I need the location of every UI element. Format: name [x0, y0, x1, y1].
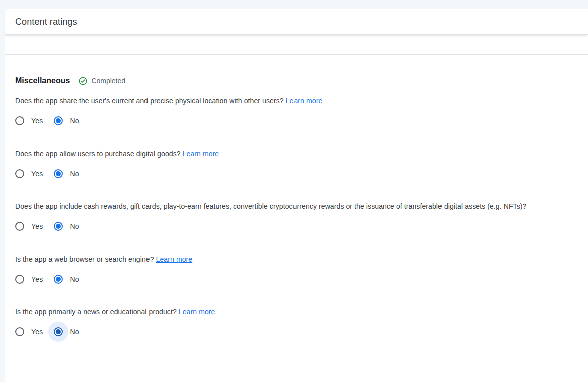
- radio-group: Yes No: [15, 216, 578, 236]
- question-row: Is the app primarily a news or education…: [15, 307, 578, 342]
- radio-option[interactable]: No: [54, 216, 79, 236]
- section-header: Miscellaneous Completed: [15, 76, 578, 86]
- question-text-line: Is the app a web browser or search engin…: [15, 254, 578, 264]
- learn-more-link[interactable]: Learn more: [179, 308, 215, 316]
- page-title: Content ratings: [15, 16, 578, 28]
- radio-button[interactable]: [54, 275, 63, 284]
- radio-button[interactable]: [15, 169, 24, 178]
- radio-label: Yes: [31, 328, 43, 336]
- check-circle-icon: [79, 77, 87, 85]
- radio-label: No: [70, 222, 79, 230]
- radio-dot: [17, 224, 22, 229]
- radio-option[interactable]: Yes: [15, 322, 43, 342]
- question-text-line: Does the app allow users to purchase dig…: [15, 149, 578, 159]
- radio-option[interactable]: No: [54, 322, 79, 342]
- radio-label: Yes: [31, 222, 43, 230]
- question-row: Does the app share the user's current an…: [15, 96, 578, 131]
- status-badge: Completed: [79, 76, 125, 86]
- radio-halo: [48, 322, 68, 342]
- radio-option[interactable]: Yes: [15, 269, 43, 289]
- radio-button[interactable]: [54, 116, 63, 125]
- header-spacer: [5, 35, 588, 55]
- learn-more-link[interactable]: Learn more: [286, 97, 323, 105]
- radio-group: Yes No: [15, 269, 578, 289]
- radio-button[interactable]: [15, 222, 24, 231]
- radio-dot: [56, 277, 61, 282]
- radio-halo: [48, 164, 68, 184]
- miscellaneous-section: Miscellaneous Completed Does the app sha…: [5, 76, 588, 342]
- radio-halo: [10, 269, 30, 289]
- question-text: Does the app allow users to purchase dig…: [15, 150, 181, 158]
- question-row: Is the app a web browser or search engin…: [15, 254, 578, 289]
- question-text-line: Does the app share the user's current an…: [15, 96, 578, 106]
- radio-label: No: [70, 328, 79, 336]
- radio-button[interactable]: [15, 116, 24, 125]
- question-text-line: Does the app include cash rewards, gift …: [15, 201, 578, 211]
- radio-dot: [56, 329, 61, 334]
- radio-halo: [48, 216, 68, 236]
- radio-option[interactable]: Yes: [15, 164, 43, 184]
- radio-dot: [56, 171, 61, 176]
- radio-label: Yes: [31, 117, 43, 125]
- status-label: Completed: [91, 76, 125, 86]
- radio-label: No: [70, 275, 79, 283]
- radio-halo: [48, 269, 68, 289]
- radio-dot: [17, 118, 22, 123]
- radio-group: Yes No: [15, 164, 578, 184]
- radio-dot: [17, 171, 22, 176]
- radio-halo: [10, 322, 30, 342]
- radio-halo: [10, 164, 30, 184]
- radio-label: Yes: [31, 275, 43, 283]
- radio-dot: [17, 329, 22, 334]
- radio-button[interactable]: [54, 222, 63, 231]
- radio-option[interactable]: No: [54, 111, 79, 131]
- section-title: Miscellaneous: [15, 76, 70, 86]
- radio-option[interactable]: No: [54, 269, 79, 289]
- questions-list: Does the app share the user's current an…: [15, 96, 578, 342]
- radio-group: Yes No: [15, 322, 578, 342]
- content-ratings-card: Content ratings Miscellaneous Completed …: [5, 9, 588, 382]
- radio-halo: [10, 111, 30, 131]
- radio-label: No: [70, 170, 79, 178]
- radio-option[interactable]: Yes: [15, 216, 43, 236]
- radio-dot: [56, 118, 61, 123]
- radio-button[interactable]: [54, 169, 63, 178]
- question-text: Does the app include cash rewards, gift …: [15, 202, 526, 210]
- radio-halo: [10, 216, 30, 236]
- question-row: Does the app allow users to purchase dig…: [15, 149, 578, 184]
- radio-group: Yes No: [15, 111, 578, 131]
- radio-label: No: [70, 117, 79, 125]
- radio-dot: [17, 277, 22, 282]
- question-row: Does the app include cash rewards, gift …: [15, 201, 578, 236]
- radio-dot: [56, 224, 61, 229]
- question-text: Is the app primarily a news or education…: [15, 308, 177, 316]
- radio-button[interactable]: [54, 327, 63, 336]
- question-text: Does the app share the user's current an…: [15, 97, 284, 105]
- learn-more-link[interactable]: Learn more: [156, 255, 193, 263]
- learn-more-link[interactable]: Learn more: [183, 150, 219, 158]
- radio-button[interactable]: [15, 275, 24, 284]
- question-text-line: Is the app primarily a news or education…: [15, 307, 578, 317]
- radio-halo: [48, 111, 68, 131]
- question-text: Is the app a web browser or search engin…: [15, 255, 154, 263]
- card-header: Content ratings: [5, 9, 588, 35]
- radio-option[interactable]: No: [54, 164, 79, 184]
- radio-option[interactable]: Yes: [15, 111, 43, 131]
- radio-label: Yes: [31, 170, 43, 178]
- radio-button[interactable]: [15, 327, 24, 336]
